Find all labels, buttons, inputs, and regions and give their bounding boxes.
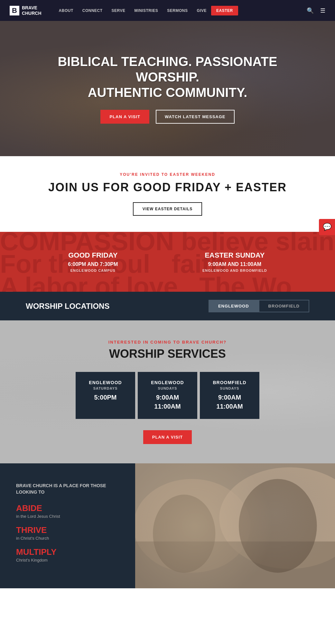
service-cards: ENGLEWOOD SATURDAYS 5:00PM ENGLEWOOD SUN… bbox=[26, 372, 309, 419]
chat-button[interactable]: 💬 bbox=[319, 219, 335, 235]
nav-ministries[interactable]: MINISTRIES bbox=[130, 8, 163, 13]
easter-invite-heading: JOIN US FOR GOOD FRIDAY + EASTER bbox=[6, 181, 329, 194]
atm-abide: ABIDE in the Lord Jesus Christ bbox=[16, 503, 119, 519]
svg-point-5 bbox=[239, 479, 317, 573]
nav-about[interactable]: ABOUT bbox=[54, 8, 78, 13]
search-icon[interactable]: 🔍 bbox=[307, 7, 314, 14]
worship-locations-section: WORSHIP LOCATIONS ENGLEWOOD BROOMFIELD bbox=[0, 292, 335, 320]
logo[interactable]: B BRAVE CHURCH bbox=[10, 5, 42, 16]
header-icons: 🔍 ☰ bbox=[307, 7, 325, 14]
easter-services-background: COMPASSION believe slain For the Soul fa… bbox=[0, 232, 335, 292]
worship-locations-heading: WORSHIP LOCATIONS bbox=[26, 302, 196, 311]
service-card-englewood-sat: ENGLEWOOD SATURDAYS 5:00PM bbox=[76, 372, 135, 419]
view-easter-details-button[interactable]: VIEW EASTER DETAILS bbox=[133, 202, 202, 216]
atm-multiply: MULTIPLY Christ's Kingdom bbox=[16, 547, 119, 563]
svg-point-4 bbox=[153, 495, 215, 573]
worship-services-heading: WORSHIP SERVICES bbox=[26, 347, 309, 361]
atm-section: BRAVE CHURCH IS A PLACE FOR THOSE LOOKIN… bbox=[0, 463, 335, 588]
chat-icon: 💬 bbox=[323, 223, 331, 231]
good-friday-info: GOOD FRIDAY 6:00PM AND 7:30PM ENGLEWOOD … bbox=[68, 251, 118, 272]
atm-thrive: THRIVE in Christ's Church bbox=[16, 525, 119, 541]
menu-icon[interactable]: ☰ bbox=[320, 7, 325, 14]
nav-easter[interactable]: EASTER bbox=[211, 6, 238, 15]
svg-rect-3 bbox=[135, 542, 335, 589]
easter-sunday-info: EASTER SUNDAY 9:00AM AND 11:00AM ENGLEWO… bbox=[202, 251, 267, 272]
easter-services-section: COMPASSION believe slain For the Soul fa… bbox=[0, 232, 335, 292]
svg-point-1 bbox=[135, 479, 250, 573]
plan-visit-services-button[interactable]: PLAN A VISIT bbox=[143, 430, 192, 444]
main-nav: ABOUT CONNECT SERVE MINISTRIES SERMONS G… bbox=[54, 6, 300, 15]
header: B BRAVE CHURCH ABOUT CONNECT SERVE MINIS… bbox=[0, 0, 335, 21]
hero-content: BIBLICAL TEACHING. PASSIONATE WORSHIP. A… bbox=[0, 54, 335, 124]
nav-give[interactable]: GIVE bbox=[192, 8, 211, 13]
hero-buttons: PLAN A VISIT WATCH LATEST MESSAGE bbox=[26, 110, 309, 124]
watch-message-button[interactable]: WATCH LATEST MESSAGE bbox=[156, 110, 235, 124]
logo-icon: B bbox=[10, 6, 19, 15]
hero-section: BIBLICAL TEACHING. PASSIONATE WORSHIP. A… bbox=[0, 21, 335, 156]
nav-serve[interactable]: SERVE bbox=[107, 8, 130, 13]
easter-invite-section: YOU'RE INVITED TO EASTER WEEKEND JOIN US… bbox=[0, 156, 335, 232]
worship-services-content: INTERESTED IN COMING TO BRAVE CHURCH? WO… bbox=[26, 340, 309, 444]
atm-intro: BRAVE CHURCH IS A PLACE FOR THOSE LOOKIN… bbox=[16, 483, 119, 495]
nav-sermons[interactable]: SERMONS bbox=[163, 8, 192, 13]
hero-title: BIBLICAL TEACHING. PASSIONATE WORSHIP. A… bbox=[26, 54, 309, 100]
location-tabs: ENGLEWOOD BROOMFIELD bbox=[209, 300, 309, 312]
service-card-broomfield-sun: BROOMFIELD SUNDAYS 9:00AM 11:00AM bbox=[200, 372, 259, 419]
nav-connect[interactable]: CONNECT bbox=[78, 8, 107, 13]
svg-point-2 bbox=[219, 467, 335, 569]
englewood-tab[interactable]: ENGLEWOOD bbox=[209, 300, 259, 312]
service-card-englewood-sun: ENGLEWOOD SUNDAYS 9:00AM 11:00AM bbox=[138, 372, 197, 419]
worship-services-sublabel: INTERESTED IN COMING TO BRAVE CHURCH? bbox=[26, 340, 309, 345]
broomfield-tab[interactable]: BROOMFIELD bbox=[259, 300, 309, 312]
atm-text: BRAVE CHURCH IS A PLACE FOR THOSE LOOKIN… bbox=[0, 463, 135, 588]
plan-visit-button[interactable]: PLAN A VISIT bbox=[100, 110, 149, 124]
worship-services-section: INTERESTED IN COMING TO BRAVE CHURCH? WO… bbox=[0, 320, 335, 463]
easter-invite-sublabel: YOU'RE INVITED TO EASTER WEEKEND bbox=[6, 172, 329, 177]
atm-image bbox=[135, 463, 335, 588]
logo-text: BRAVE CHURCH bbox=[22, 5, 42, 16]
svg-rect-0 bbox=[135, 463, 335, 588]
